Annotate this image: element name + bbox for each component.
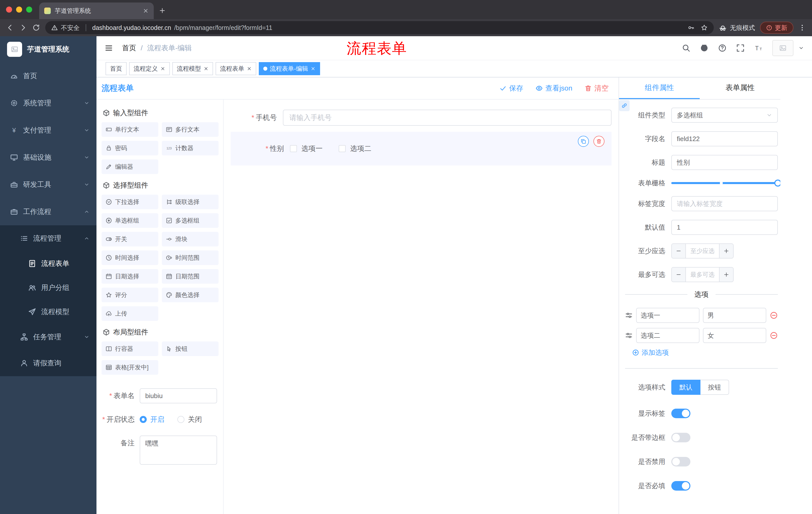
option-value-input[interactable] (703, 308, 766, 323)
sidebar-item-process-model[interactable]: 流程模型 (0, 300, 96, 324)
palette-chip-date-range[interactable]: 日期范围 (162, 269, 219, 283)
palette-chip-switch[interactable]: 开关 (102, 232, 158, 246)
github-icon[interactable] (700, 44, 708, 52)
forward-icon[interactable] (19, 24, 27, 32)
avatar-caret-icon[interactable] (799, 45, 804, 51)
window-minimize-button[interactable] (16, 6, 22, 12)
canvas-field-phone[interactable]: 手机号 (231, 110, 611, 126)
phone-input[interactable] (283, 110, 611, 126)
palette-chip-table[interactable]: 表格[开发中] (102, 360, 158, 375)
new-tab-button[interactable] (159, 7, 166, 14)
sidebar-item-user-group[interactable]: 用户分组 (0, 276, 96, 300)
copy-widget-icon[interactable] (578, 136, 589, 147)
sidebar-item-system[interactable]: 系统管理 (0, 89, 96, 117)
tab-component-props[interactable]: 组件属性 (619, 77, 700, 99)
canvas-field-gender-selected[interactable]: 性别 选项一 选项二 (231, 132, 611, 165)
sidebar-item-task-mgmt[interactable]: 任务管理 (0, 324, 96, 350)
security-warning-icon[interactable] (51, 24, 58, 31)
min-select-placeholder[interactable]: 至少应选 (686, 244, 719, 258)
browser-tab[interactable]: 芋道管理系统 (39, 2, 154, 19)
remove-option-icon[interactable] (770, 331, 778, 340)
sidebar-item-process-mgmt[interactable]: 流程管理 (0, 225, 96, 251)
palette-chip-counter[interactable]: 123计数器 (162, 141, 219, 155)
browser-update-button[interactable]: 更新 (760, 22, 793, 34)
palette-chip-rate[interactable]: 评分 (102, 288, 158, 302)
breadcrumb-home[interactable]: 首页 (122, 43, 136, 53)
palette-chip-upload[interactable]: 上传 (102, 306, 158, 321)
minus-icon[interactable] (672, 244, 686, 258)
palette-chip-multi-text[interactable]: 多行文本 (162, 122, 219, 137)
component-type-select[interactable]: 多选框组 (671, 108, 778, 123)
font-size-icon[interactable]: TT (754, 44, 763, 52)
sidebar-item-leave-query[interactable]: 请假查询 (0, 350, 96, 376)
option-label-input[interactable] (636, 328, 699, 343)
fullscreen-icon[interactable] (736, 44, 745, 52)
option-value-input[interactable] (703, 328, 766, 343)
window-controls[interactable] (6, 6, 32, 12)
link-icon[interactable] (619, 100, 630, 111)
tab-close-icon[interactable] (143, 8, 149, 14)
palette-chip-select[interactable]: 下拉选择 (102, 195, 158, 209)
view-json-button[interactable]: 查看json (535, 83, 572, 93)
palette-chip-time-range[interactable]: 时间范围 (162, 250, 219, 265)
sidebar-item-home[interactable]: 首页 (0, 62, 96, 89)
security-label[interactable]: 不安全 (61, 24, 80, 32)
sidebar-item-devtools[interactable]: 研发工具 (0, 171, 96, 198)
gender-option-1-checkbox[interactable]: 选项一 (290, 144, 323, 154)
password-key-icon[interactable] (688, 24, 695, 31)
plus-icon[interactable] (719, 244, 733, 258)
disabled-toggle[interactable] (671, 457, 690, 466)
window-close-button[interactable] (6, 6, 12, 12)
help-icon[interactable] (718, 44, 727, 52)
palette-chip-time[interactable]: 时间选择 (102, 250, 158, 265)
max-select-stepper[interactable]: 最多可选 (671, 267, 734, 282)
remove-option-icon[interactable] (770, 311, 778, 319)
clear-button[interactable]: 清空 (584, 83, 609, 93)
title-input[interactable] (671, 155, 778, 170)
sidebar-item-payment[interactable]: ¥ 支付管理 (0, 117, 96, 144)
default-value-input[interactable] (671, 220, 778, 235)
palette-chip-slider[interactable]: 滑块 (162, 232, 219, 246)
tag-process-form-edit[interactable]: 流程表单-编辑 (259, 62, 320, 75)
plus-icon[interactable] (719, 268, 733, 282)
delete-widget-icon[interactable] (593, 136, 605, 147)
palette-chip-editor[interactable]: 编辑器 (102, 159, 158, 174)
palette-chip-single-text[interactable]: 单行文本 (102, 122, 158, 137)
sidebar-item-workflow[interactable]: 工作流程 (0, 198, 96, 225)
sidebar-logo[interactable]: 芋道管理系统 (0, 36, 96, 62)
tag-home[interactable]: 首页 (106, 62, 127, 75)
grid-slider[interactable] (671, 182, 778, 184)
browser-menu-icon[interactable] (799, 24, 806, 31)
drag-handle-icon[interactable] (625, 312, 633, 319)
status-on-radio[interactable]: 开启 (140, 415, 164, 424)
min-select-stepper[interactable]: 至少应选 (671, 243, 734, 259)
bookmark-star-icon[interactable] (701, 24, 708, 31)
palette-chip-button[interactable]: 按钮 (162, 342, 219, 356)
add-option-button[interactable]: 添加选项 (632, 348, 778, 357)
gender-option-2-checkbox[interactable]: 选项二 (339, 144, 371, 154)
reload-icon[interactable] (32, 24, 40, 32)
style-button-button[interactable]: 按钮 (700, 380, 729, 395)
tag-close-icon[interactable] (247, 66, 252, 71)
palette-chip-color[interactable]: 颜色选择 (162, 288, 219, 302)
search-icon[interactable] (682, 44, 690, 52)
back-icon[interactable] (6, 24, 14, 32)
palette-chip-checkbox-group[interactable]: 多选框组 (162, 213, 219, 228)
form-name-input[interactable] (140, 388, 217, 403)
sidebar-item-process-form[interactable]: 流程表单 (0, 251, 96, 276)
tag-close-icon[interactable] (160, 66, 165, 71)
avatar[interactable] (772, 40, 793, 56)
required-toggle[interactable] (671, 481, 690, 491)
palette-chip-password[interactable]: 密码 (102, 141, 158, 155)
style-default-button[interactable]: 默认 (671, 380, 700, 395)
max-select-placeholder[interactable]: 最多可选 (686, 268, 719, 282)
palette-chip-date[interactable]: 日期选择 (102, 269, 158, 283)
palette-chip-cascader[interactable]: 级联选择 (162, 195, 219, 209)
sidebar-item-infra[interactable]: 基础设施 (0, 144, 96, 171)
tag-close-icon[interactable] (203, 66, 208, 71)
status-off-radio[interactable]: 关闭 (177, 415, 202, 424)
label-width-input[interactable] (671, 196, 778, 211)
remark-textarea[interactable]: 嘿嘿 (140, 436, 217, 465)
tab-form-props[interactable]: 表单属性 (700, 77, 780, 99)
show-label-toggle[interactable] (671, 409, 690, 418)
